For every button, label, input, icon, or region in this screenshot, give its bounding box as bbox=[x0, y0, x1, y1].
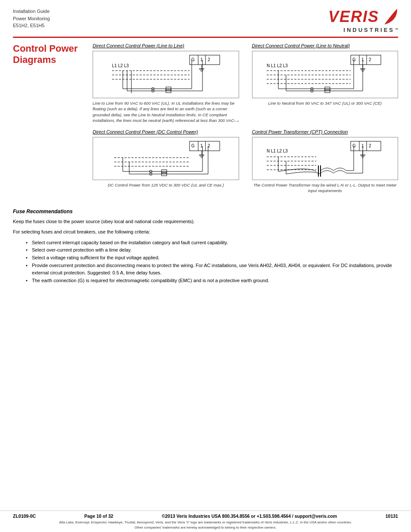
footer-doc-number: ZL0109-0C bbox=[13, 513, 36, 519]
wiring-diagram-dc: G 1 2 bbox=[110, 140, 222, 177]
svg-text:G: G bbox=[352, 57, 356, 62]
diagram-line-to-line: Direct Connect Control Power (Line to Li… bbox=[93, 43, 239, 123]
footer-main: ZL0109-0C Page 10 of 32 ©2013 Veris Indu… bbox=[13, 513, 398, 519]
veris-leaf-icon bbox=[381, 8, 398, 25]
diagram-row-top: Direct Connect Control Power (Line to Li… bbox=[93, 43, 398, 123]
trademark-symbol: ™ bbox=[395, 28, 398, 31]
fuse-list-item: Provide overcurrent protection and disco… bbox=[26, 262, 398, 277]
diagram-svg-ltl: G 1 2 L1 L2 L3 bbox=[93, 51, 239, 98]
diagram-caption-dc: DC Control Power from 125 VDC to 300 VDC… bbox=[93, 182, 239, 188]
footer-trademark2: Other companies' trademarks are hereby a… bbox=[13, 525, 398, 530]
diagram-title-ltl: Direct Connect Control Power (Line to Li… bbox=[93, 43, 239, 48]
fuse-list: Select current interrupt capacity based … bbox=[13, 239, 398, 285]
footer-page-info: Page 10 of 32 bbox=[84, 513, 113, 519]
fuse-list-item: Select current interrupt capacity based … bbox=[26, 239, 398, 247]
diagram-line-to-neutral: Direct Connect Control Power (Line to Ne… bbox=[252, 43, 399, 123]
wiring-diagram-ltl: G 1 2 L1 L2 L3 bbox=[110, 54, 222, 95]
fuse-section: Fuse Recommendations Keep the fuses clos… bbox=[13, 208, 398, 285]
svg-text:2: 2 bbox=[369, 143, 371, 148]
veris-text: VERIS bbox=[328, 8, 379, 26]
fuse-title: Fuse Recommendations bbox=[13, 208, 398, 215]
diagram-svg-cpt: G 1 2 N L1 L2 L3 bbox=[252, 137, 399, 180]
svg-text:G: G bbox=[191, 143, 195, 148]
svg-text:N L1 L2 L3: N L1 L2 L3 bbox=[267, 63, 288, 68]
footer-sub: Alta Labs, Enercept, Enspector, Hawkeye,… bbox=[13, 520, 398, 530]
diagram-svg-ltn: G 1 2 N L1 L2 L3 bbox=[252, 51, 399, 98]
page-title: Control Power Diagrams bbox=[13, 43, 90, 66]
header-line3: E51H2, E51H5 bbox=[13, 22, 50, 29]
fuse-list-item: The earth connection (G) is required for… bbox=[26, 277, 398, 285]
header-left: Installation Guide Power Monitoring E51H… bbox=[13, 8, 50, 29]
header-line2: Power Monitoring bbox=[13, 15, 50, 22]
fuse-list-item: Select over-current protection with a ti… bbox=[26, 246, 398, 254]
diagram-caption-ltn: Line to Neutral from 90 VAC to 347 VAC (… bbox=[252, 100, 399, 106]
footer-copyright: ©2013 Veris Industries USA 800.354.8556 … bbox=[162, 513, 337, 519]
footer-page-num: 10131 bbox=[386, 513, 398, 519]
header-right: VERIS INDUSTRIES ™ bbox=[328, 8, 398, 33]
veris-logo: VERIS bbox=[328, 8, 398, 26]
diagram-row-bottom: Direct Connect Control Power (DC Control… bbox=[93, 129, 398, 194]
svg-text:G: G bbox=[352, 143, 356, 148]
fuse-para2: For selecting fuses and circuit breakers… bbox=[13, 228, 398, 236]
content-wrapper: Control Power Diagrams Direct Connect Co… bbox=[0, 38, 411, 289]
diagram-dc-control: Direct Connect Control Power (DC Control… bbox=[93, 129, 239, 194]
footer-trademark1: Alta Labs, Enercept, Enspector, Hawkeye,… bbox=[13, 520, 398, 525]
fuse-list-item: Select a voltage rating sufficient for t… bbox=[26, 254, 398, 262]
diagram-title-dc: Direct Connect Control Power (DC Control… bbox=[93, 129, 239, 134]
svg-text:2: 2 bbox=[208, 57, 210, 62]
svg-text:2: 2 bbox=[369, 57, 371, 62]
fuse-para1: Keep the fuses close to the power source… bbox=[13, 218, 398, 225]
svg-text:L1 L2 L3: L1 L2 L3 bbox=[112, 63, 129, 68]
wiring-diagram-cpt: G 1 2 N L1 L2 L3 bbox=[265, 140, 385, 177]
diagram-svg-dc: G 1 2 bbox=[93, 137, 239, 180]
wiring-diagram-ltn: G 1 2 N L1 L2 L3 bbox=[265, 54, 385, 95]
header: Installation Guide Power Monitoring E51H… bbox=[0, 0, 411, 33]
diagram-title-cpt: Control Power Transformer (CPT) Connecti… bbox=[252, 129, 399, 134]
diagram-caption-ltl: Line to Line from 90 VAC to 600 VAC (UL)… bbox=[93, 100, 239, 123]
footer: ZL0109-0C Page 10 of 32 ©2013 Veris Indu… bbox=[0, 510, 411, 532]
diagrams-section: Direct Connect Control Power (Line to Li… bbox=[93, 43, 398, 200]
svg-text:N L1 L2 L3: N L1 L2 L3 bbox=[267, 149, 288, 153]
diagram-title-ltn: Direct Connect Control Power (Line to Ne… bbox=[252, 43, 399, 48]
industries-text: INDUSTRIES ™ bbox=[343, 26, 398, 33]
diagram-cpt: Control Power Transformer (CPT) Connecti… bbox=[252, 129, 399, 194]
header-line1: Installation Guide bbox=[13, 8, 50, 15]
diagram-caption-cpt: The Control Power Transformer may be wir… bbox=[252, 182, 399, 194]
